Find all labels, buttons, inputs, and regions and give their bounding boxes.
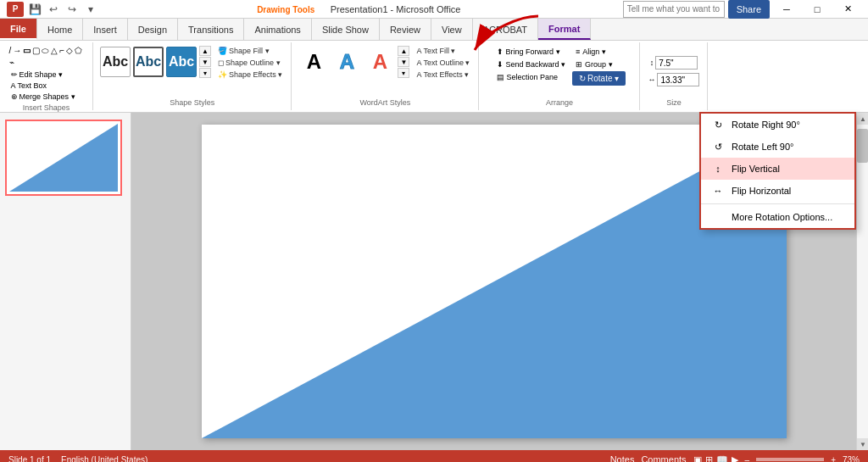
wordart-scroll-down[interactable]: ▼ bbox=[398, 57, 409, 67]
style-scroll-up[interactable]: ▲ bbox=[199, 46, 211, 56]
shape-rect[interactable]: ▭ bbox=[23, 46, 31, 56]
shape-diamond[interactable]: ◇ bbox=[66, 46, 73, 56]
flip-horizontal-icon: ↔ bbox=[711, 184, 725, 198]
merge-shapes-button[interactable]: ⊕ Merge Shapes ▾ bbox=[9, 92, 77, 102]
share-button[interactable]: Share bbox=[728, 0, 770, 19]
undo-button[interactable]: ↩ bbox=[46, 2, 61, 17]
outline-icon: ◻ bbox=[218, 58, 224, 67]
send-backward-button[interactable]: ⬇ Send Backward ▾ bbox=[493, 58, 570, 70]
size-label: Size bbox=[666, 97, 682, 107]
save-button[interactable]: 💾 bbox=[27, 2, 42, 17]
flip-vertical-item[interactable]: ↕ Flip Vertical bbox=[701, 158, 854, 180]
flip-horizontal-item[interactable]: ↔ Flip Horizontal bbox=[701, 180, 854, 202]
customize-qat-button[interactable]: ▾ bbox=[83, 2, 98, 17]
shape-style-1[interactable]: Abc bbox=[100, 47, 131, 77]
text-outline-icon: A bbox=[416, 58, 421, 67]
slideshow-button[interactable]: ▶ bbox=[732, 454, 738, 463]
text-fill-icon: A bbox=[416, 47, 421, 55]
wordart-scroll-up[interactable]: ▲ bbox=[398, 46, 409, 56]
tab-slideshow[interactable]: Slide Show bbox=[312, 19, 380, 40]
more-rotation-options-item[interactable]: More Rotation Options... bbox=[701, 206, 854, 228]
close-button[interactable]: ✕ bbox=[834, 0, 861, 19]
selection-pane-icon: ▤ bbox=[497, 73, 504, 81]
slide-thumb-wrapper: 1 bbox=[5, 120, 125, 196]
scroll-thumb[interactable] bbox=[857, 129, 868, 163]
tab-home[interactable]: Home bbox=[37, 19, 83, 40]
more-options-icon bbox=[711, 210, 725, 224]
normal-view-button[interactable]: ▣ bbox=[693, 454, 702, 463]
rotate-right-icon: ↻ bbox=[711, 118, 725, 131]
shape-pent[interactable]: ⬠ bbox=[75, 46, 82, 56]
tab-view[interactable]: View bbox=[431, 19, 473, 40]
status-right: Notes Comments ▣ ⊞ 📖 ▶ – + 73% bbox=[610, 454, 860, 463]
comments-button[interactable]: Comments bbox=[641, 454, 686, 462]
wordart-style-1[interactable]: A bbox=[298, 47, 329, 77]
wordart-style-3[interactable]: A bbox=[364, 47, 395, 77]
tab-transitions[interactable]: Transitions bbox=[178, 19, 244, 40]
group-icon: ⊞ bbox=[576, 60, 582, 69]
edit-shape-button[interactable]: ✏ Edit Shape ▾ bbox=[9, 70, 77, 80]
style-more[interactable]: ▾ bbox=[199, 68, 211, 78]
shape-oval[interactable]: ⬭ bbox=[42, 46, 49, 56]
rotate-left-icon: ↺ bbox=[711, 140, 725, 153]
scroll-up-button[interactable]: ▲ bbox=[857, 113, 868, 125]
right-scrollbar[interactable]: ▲ ▼ bbox=[856, 113, 868, 450]
shape-styles-label: Shape Styles bbox=[170, 97, 214, 107]
wordart-styles-label: WordArt Styles bbox=[359, 97, 410, 107]
text-fill-button[interactable]: A Text Fill ▾ bbox=[415, 46, 471, 56]
height-input[interactable] bbox=[655, 56, 698, 70]
text-effects-icon: A bbox=[416, 70, 421, 79]
slide-sorter-button[interactable]: ⊞ bbox=[705, 454, 713, 463]
shape-outline-button[interactable]: ◻ Shape Outline ▾ bbox=[216, 58, 284, 68]
shape-rt[interactable]: ⌐ bbox=[59, 46, 64, 56]
notes-button[interactable]: Notes bbox=[610, 454, 635, 462]
zoom-slider[interactable] bbox=[756, 458, 824, 461]
group-arrange: ⬆ Bring Forward ▾ ⬇ Send Backward ▾ ▤ Se… bbox=[479, 42, 640, 110]
align-button[interactable]: ≡ Align ▾ bbox=[572, 46, 626, 58]
tab-file[interactable]: File bbox=[0, 19, 37, 40]
shape-rounded-rect[interactable]: ▢ bbox=[32, 46, 40, 56]
slide-page[interactable] bbox=[202, 125, 787, 438]
tab-animations[interactable]: Animations bbox=[244, 19, 311, 40]
text-effects-button[interactable]: A Text Effects ▾ bbox=[415, 70, 471, 80]
shape-tri[interactable]: △ bbox=[51, 46, 58, 56]
shape-chevron[interactable]: ⌁ bbox=[9, 58, 14, 67]
search-input[interactable] bbox=[623, 1, 725, 18]
maximize-button[interactable]: □ bbox=[804, 0, 831, 19]
redo-button[interactable]: ↪ bbox=[64, 2, 80, 17]
textbox-button[interactable]: A Text Box bbox=[9, 81, 77, 91]
dropdown-separator bbox=[701, 203, 854, 204]
text-outline-button[interactable]: A Text Outline ▾ bbox=[415, 58, 471, 68]
scroll-down-button[interactable]: ▼ bbox=[857, 438, 868, 450]
wordart-more[interactable]: ▾ bbox=[398, 68, 409, 78]
rotate-right-90-item[interactable]: ↻ Rotate Right 90° bbox=[701, 114, 854, 136]
slide-svg bbox=[202, 125, 787, 438]
width-input[interactable] bbox=[657, 73, 699, 86]
shape-line[interactable]: / bbox=[9, 46, 12, 56]
tab-format[interactable]: Format bbox=[538, 19, 591, 40]
merge-icon: ⊕ bbox=[11, 92, 18, 101]
slide-thumbnail[interactable] bbox=[5, 120, 122, 196]
rotate-button[interactable]: ↻ Rotate ▾ bbox=[572, 71, 626, 86]
tab-design[interactable]: Design bbox=[128, 19, 178, 40]
shape-style-2[interactable]: Abc bbox=[133, 47, 164, 77]
bring-forward-button[interactable]: ⬆ Bring Forward ▾ bbox=[493, 46, 570, 58]
wordart-style-2[interactable]: A bbox=[331, 47, 362, 77]
shape-fill-button[interactable]: 🪣 Shape Fill ▾ bbox=[216, 46, 284, 56]
group-button[interactable]: ⊞ Group ▾ bbox=[572, 58, 626, 70]
textbox-icon: A bbox=[11, 81, 16, 90]
selection-pane-button[interactable]: ▤ Selection Pane bbox=[493, 71, 570, 83]
reading-view-button[interactable]: 📖 bbox=[716, 454, 728, 463]
tab-review[interactable]: Review bbox=[380, 19, 431, 40]
rotate-left-90-item[interactable]: ↺ Rotate Left 90° bbox=[701, 136, 854, 158]
wordart-scroll-arrows: ▲ ▼ ▾ bbox=[398, 46, 409, 78]
shape-effects-button[interactable]: ✨ Shape Effects ▾ bbox=[216, 70, 284, 80]
shape-arrow[interactable]: → bbox=[13, 46, 21, 56]
style-scroll-down[interactable]: ▼ bbox=[199, 57, 211, 67]
tab-acrobat[interactable]: ACROBAT bbox=[473, 19, 538, 40]
minimize-button[interactable]: ─ bbox=[773, 0, 800, 19]
arrange-label: Arrange bbox=[546, 97, 573, 107]
shape-style-3[interactable]: Abc bbox=[166, 47, 197, 77]
slide-panel: 1 bbox=[0, 113, 131, 450]
tab-insert[interactable]: Insert bbox=[83, 19, 128, 40]
